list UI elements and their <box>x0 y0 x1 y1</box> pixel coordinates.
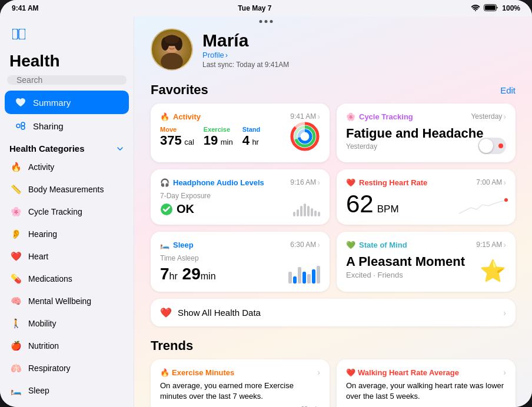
body-icon: 📏 <box>9 183 22 196</box>
svg-rect-2 <box>485 5 496 10</box>
trends-title: Trends <box>151 338 516 353</box>
cycle-card-icon: 🌸 <box>346 112 355 121</box>
sidebar-top <box>0 22 134 49</box>
walking-hr-trend-card[interactable]: ❤️ Walking Heart Rate Average › On avera… <box>337 359 516 407</box>
cycle-icon: 🌸 <box>9 205 22 218</box>
status-bar-right: 100% <box>471 4 520 13</box>
sidebar-item-respiratory[interactable]: 🫁 Respiratory <box>0 357 134 379</box>
cycle-toggle-knob <box>479 139 493 153</box>
nutrition-label: Nutrition <box>28 341 59 351</box>
exercise-trend-icon: 🔥 <box>160 368 169 377</box>
activity-card[interactable]: 🔥 Activity 9:41 AM › Move 375 cal <box>151 104 330 162</box>
profile-link-text: Profile <box>202 51 224 59</box>
search-input[interactable] <box>16 75 119 85</box>
exercise-trend-chevron: › <box>317 368 320 377</box>
exercise-trend-title: 🔥 Exercise Minutes <box>160 368 234 377</box>
sleep-card-icon: 🛏️ <box>160 241 169 249</box>
sleep-card[interactable]: 🛏️ Sleep 6:30 AM › Time Asleep 7hr 29min <box>151 232 330 292</box>
profile-link[interactable]: Profile › <box>202 51 516 59</box>
move-stat: Move 375 cal <box>160 126 194 148</box>
sidebar-item-nutrition[interactable]: 🍎 Nutrition <box>0 335 134 357</box>
sidebar-item-activity[interactable]: 🔥 Activity <box>0 156 134 178</box>
sidebar-item-sharing[interactable]: Sharing <box>5 114 129 138</box>
cycle-card-header: 🌸 Cycle Tracking Yesterday › <box>346 112 506 121</box>
summary-icon <box>14 96 27 109</box>
walking-hr-icon: ❤️ <box>346 368 355 377</box>
categories-header: Health Categories <box>0 138 134 156</box>
state-of-mind-card[interactable]: 💚 State of Mind 9:15 AM › A Pleasant Mom… <box>337 232 516 292</box>
heart-icon: ❤️ <box>9 250 22 263</box>
svg-rect-3 <box>12 29 18 39</box>
heart-rate-icon: ❤️ <box>346 178 355 187</box>
sidebar-item-sleep[interactable]: 🛏️ Sleep <box>0 379 134 402</box>
exercise-trend-header: 🔥 Exercise Minutes › <box>160 368 320 377</box>
sidebar-item-mobility[interactable]: 🚶 Mobility <box>0 312 134 335</box>
search-bar[interactable] <box>7 75 127 85</box>
sharing-label: Sharing <box>33 121 64 131</box>
profile-header: María Profile › Last sync: Today at 9:41… <box>134 16 532 80</box>
svg-point-17 <box>165 35 179 44</box>
sidebar-item-mental-wellbeing[interactable]: 🧠 Mental Wellbeing <box>0 290 134 312</box>
star-icon: ⭐ <box>480 259 506 283</box>
activity-card-time: 9:41 AM › <box>290 112 320 121</box>
headphone-card-time: 9:16 AM › <box>290 178 320 187</box>
heart-rate-card-title: Resting Heart Rate <box>359 178 427 187</box>
status-bar: 9:41 AM Tue May 7 100% <box>0 0 532 16</box>
activity-card-header: 🔥 Activity 9:41 AM › <box>160 112 320 121</box>
walking-hr-chevron: › <box>503 368 506 377</box>
move-value: 375 <box>160 133 182 148</box>
cycle-dot <box>498 144 503 148</box>
sharing-icon <box>14 119 27 132</box>
sidebar-item-medications[interactable]: 💊 Medications <box>0 268 134 290</box>
activity-title-row: 🔥 Activity <box>160 112 201 121</box>
exercise-trend-desc: On average, you earned more Exercise min… <box>160 381 320 402</box>
sleep-card-title: Sleep <box>173 241 194 249</box>
edit-button[interactable]: Edit <box>500 85 516 95</box>
mind-card-time: 9:15 AM › <box>476 240 506 249</box>
favorites-header: Favorites Edit <box>134 80 532 104</box>
sidebar-item-body-measurements[interactable]: 📏 Body Measurements <box>0 178 134 201</box>
activity-icon: 🔥 <box>9 161 22 174</box>
headphone-card-header: 🎧 Headphone Audio Levels 9:16 AM › <box>160 178 320 187</box>
cycle-card-title: Cycle Tracking <box>359 112 413 121</box>
main-content: María Profile › Last sync: Today at 9:41… <box>134 16 532 407</box>
exercise-label: Exercise <box>204 126 233 133</box>
sidebar-item-summary[interactable]: Summary <box>5 91 129 114</box>
sleep-label: Sleep <box>28 386 49 395</box>
sidebar-item-cycle-tracking[interactable]: 🌸 Cycle Tracking <box>0 201 134 223</box>
sidebar-item-heart[interactable]: ❤️ Heart <box>0 245 134 268</box>
profile-name: María <box>202 31 516 51</box>
stand-unit: hr <box>252 138 259 146</box>
headphone-card[interactable]: 🎧 Headphone Audio Levels 9:16 AM › 7-Day… <box>151 169 330 225</box>
chevron-down-icon <box>116 145 124 153</box>
ok-text: OK <box>177 202 194 216</box>
respiratory-label: Respiratory <box>28 363 71 373</box>
sleep-card-header: 🛏️ Sleep 6:30 AM › <box>160 240 320 249</box>
trends-section: Trends 🔥 Exercise Minutes › On average, … <box>134 333 532 407</box>
heart-rate-value: 62 <box>346 192 374 216</box>
sidebar-item-symptoms[interactable]: 🩺 Symptoms <box>0 402 134 407</box>
show-all-button[interactable]: ❤️ Show All Health Data › <box>151 299 516 326</box>
dot2 <box>265 20 268 23</box>
wifi-icon <box>471 4 480 13</box>
nutrition-icon: 🍎 <box>9 339 22 352</box>
medications-label: Medications <box>28 274 72 283</box>
svg-point-0 <box>475 10 476 11</box>
heart-rate-card[interactable]: ❤️ Resting Heart Rate 7:00 AM › 62 BPM <box>337 169 516 225</box>
heart-label: Heart <box>28 252 48 261</box>
cycle-toggle[interactable] <box>478 138 506 154</box>
sidebar: Health Sum <box>0 16 134 407</box>
sidebar-toggle-button[interactable] <box>9 25 28 44</box>
battery-percent: 100% <box>502 4 520 12</box>
activity-ring <box>290 121 320 154</box>
exercise-value: 19 <box>204 133 218 148</box>
app-title: Health <box>0 49 134 75</box>
cycle-tracking-card[interactable]: 🌸 Cycle Tracking Yesterday › Fatigue and… <box>337 104 516 162</box>
show-all-chevron: › <box>503 308 506 318</box>
stand-stat: Stand 4 hr <box>242 126 261 148</box>
mental-icon: 🧠 <box>9 295 22 308</box>
heart-rate-chart <box>459 193 506 216</box>
exercise-trend-card[interactable]: 🔥 Exercise Minutes › On average, you ear… <box>151 359 330 407</box>
sidebar-item-hearing[interactable]: 👂 Hearing <box>0 223 134 245</box>
hearing-label: Hearing <box>28 229 57 239</box>
